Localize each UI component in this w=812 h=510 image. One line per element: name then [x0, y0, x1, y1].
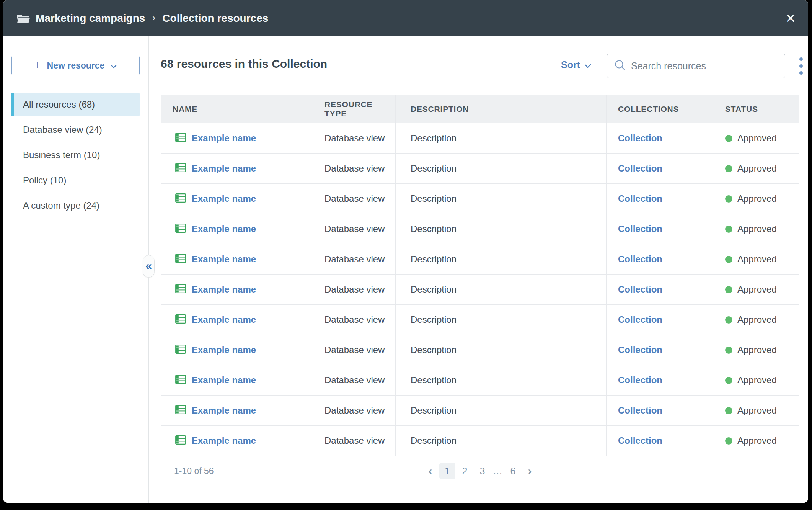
close-button[interactable]: ✕	[781, 9, 800, 28]
name-cell: Example name	[161, 214, 309, 244]
row-spacer	[792, 275, 799, 304]
close-icon: ✕	[785, 11, 796, 26]
name-cell: Example name	[161, 184, 309, 214]
status-cell: Approved	[709, 335, 792, 365]
table-row: Example name Database view Description C…	[161, 153, 799, 183]
kebab-icon	[799, 57, 803, 61]
collection-link[interactable]: Collection	[618, 133, 662, 144]
resource-type-cell: Database view	[309, 365, 396, 395]
resource-name-link[interactable]: Example name	[192, 163, 256, 174]
page-button-1[interactable]: 1	[439, 463, 455, 479]
sidebar-item-custom-type[interactable]: A custom type (24)	[11, 194, 140, 217]
resource-name-link[interactable]: Example name	[192, 345, 256, 355]
resource-name-link[interactable]: Example name	[192, 405, 256, 416]
previous-page-button[interactable]: ‹	[423, 465, 438, 477]
database-view-table-icon	[175, 405, 186, 416]
resource-type-cell: Database view	[309, 335, 396, 365]
collections-cell: Collection	[607, 396, 709, 425]
titlebar: Marketing campaigns › Collection resourc…	[3, 0, 808, 36]
database-view-table-icon	[175, 224, 186, 234]
row-spacer	[792, 244, 799, 274]
column-header-collections[interactable]: COLLECTIONS	[607, 95, 709, 123]
next-page-button[interactable]: ›	[523, 465, 537, 477]
page-title: 68 resources in this Collection	[161, 57, 327, 70]
resource-name-link[interactable]: Example name	[192, 224, 256, 234]
resource-name-link[interactable]: Example name	[192, 314, 256, 325]
pager: ‹ 123…6 ›	[423, 463, 537, 479]
row-spacer	[792, 214, 799, 244]
resource-name-link[interactable]: Example name	[192, 435, 256, 446]
database-view-table-icon	[175, 375, 186, 386]
status-approved-dot-icon	[725, 226, 732, 233]
page-button-3[interactable]: 3	[474, 463, 491, 479]
breadcrumb-item-current: Collection resources	[162, 12, 268, 25]
double-chevron-left-icon: «	[145, 259, 152, 272]
status-cell: Approved	[709, 184, 792, 214]
breadcrumb: Marketing campaigns › Collection resourc…	[36, 12, 268, 25]
collection-resources-modal: Marketing campaigns › Collection resourc…	[3, 0, 808, 503]
page-button-6[interactable]: 6	[505, 463, 521, 479]
resource-name-link[interactable]: Example name	[192, 375, 256, 386]
search-input[interactable]	[631, 60, 778, 72]
breadcrumb-item-parent[interactable]: Marketing campaigns	[36, 12, 145, 25]
resource-type-cell: Database view	[309, 305, 396, 335]
resource-name-link[interactable]: Example name	[192, 254, 256, 265]
table-row: Example name Database view Description C…	[161, 214, 799, 244]
new-resource-button[interactable]: + New resource	[11, 56, 140, 75]
collection-link[interactable]: Collection	[618, 375, 662, 386]
description-cell: Description	[396, 154, 607, 183]
status-approved-dot-icon	[725, 437, 732, 445]
page-button-2[interactable]: 2	[457, 463, 473, 479]
collection-link[interactable]: Collection	[618, 314, 662, 325]
sidebar-item-all-resources[interactable]: All resources (68)	[11, 93, 140, 116]
breadcrumb-separator-icon: ›	[151, 12, 156, 24]
name-cell: Example name	[161, 396, 309, 425]
status-approved-dot-icon	[725, 377, 732, 384]
collections-cell: Collection	[607, 275, 709, 304]
resource-type-cell: Database view	[309, 214, 396, 244]
resource-name-link[interactable]: Example name	[192, 193, 256, 204]
pagination-range-label: 1-10 of 56	[174, 466, 214, 476]
sort-label: Sort	[561, 59, 580, 70]
database-view-table-icon	[175, 193, 186, 204]
collection-link[interactable]: Collection	[618, 405, 662, 416]
more-options-button[interactable]	[793, 56, 808, 76]
column-header-spacer	[792, 95, 799, 123]
collection-link[interactable]: Collection	[618, 345, 662, 355]
status-cell: Approved	[709, 305, 792, 335]
resource-type-cell: Database view	[309, 123, 396, 153]
table-row: Example name Database view Description C…	[161, 395, 799, 425]
database-view-table-icon	[175, 314, 186, 325]
sort-dropdown[interactable]: Sort	[561, 59, 591, 70]
collection-link[interactable]: Collection	[618, 163, 662, 174]
collapse-sidebar-button[interactable]: «	[143, 255, 155, 278]
pagination-row: 1-10 of 56 ‹ 123…6 ›	[161, 456, 799, 486]
column-header-name[interactable]: NAME	[161, 95, 309, 123]
collection-link[interactable]: Collection	[618, 224, 662, 234]
collection-link[interactable]: Collection	[618, 284, 662, 295]
sidebar-item-business-term[interactable]: Business term (10)	[11, 144, 140, 167]
sidebar-item-policy[interactable]: Policy (10)	[11, 169, 140, 192]
resource-type-cell: Database view	[309, 275, 396, 304]
sidebar-item-database-view[interactable]: Database view (24)	[11, 118, 140, 141]
column-header-resource-type[interactable]: RESOURCE TYPE	[309, 95, 396, 123]
resource-name-link[interactable]: Example name	[192, 133, 256, 144]
status-label: Approved	[737, 375, 777, 386]
status-cell: Approved	[709, 275, 792, 304]
collection-link[interactable]: Collection	[618, 254, 662, 265]
resource-name-link[interactable]: Example name	[192, 284, 256, 295]
resource-type-cell: Database view	[309, 244, 396, 274]
column-header-description[interactable]: DESCRIPTION	[396, 95, 607, 123]
collections-cell: Collection	[607, 214, 709, 244]
status-cell: Approved	[709, 214, 792, 244]
status-approved-dot-icon	[725, 347, 732, 354]
name-cell: Example name	[161, 275, 309, 304]
description-cell: Description	[396, 275, 607, 304]
column-header-status[interactable]: STATUS	[709, 95, 792, 123]
row-spacer	[792, 305, 799, 335]
collections-cell: Collection	[607, 123, 709, 153]
collection-link[interactable]: Collection	[618, 435, 662, 446]
collection-link[interactable]: Collection	[618, 193, 662, 204]
search-icon	[614, 59, 626, 72]
main-content: 68 resources in this Collection Sort NAM…	[149, 36, 808, 503]
